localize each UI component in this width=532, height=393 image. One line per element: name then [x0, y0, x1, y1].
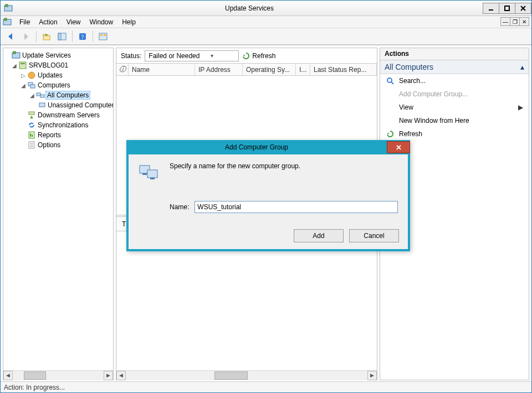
tree-all-computers-label: All Computers [45, 91, 90, 100]
tree-root-label: Update Services [21, 51, 72, 59]
app-icon [1, 4, 16, 13]
tree-computers-label: Computers [37, 81, 71, 89]
col-os[interactable]: Operating Sy... [243, 64, 296, 75]
col-name[interactable]: Name [129, 64, 195, 75]
mmc-app-icon [3, 18, 15, 27]
expander-icon[interactable]: ◢ [29, 92, 35, 99]
svg-marker-42 [387, 132, 389, 134]
svg-rect-2 [489, 9, 493, 11]
actions-header: Actions [380, 48, 529, 60]
refresh-label: Refresh [252, 52, 275, 60]
status-combo[interactable]: Failed or Needed [145, 50, 239, 61]
filter-bar: Status: Failed or Needed Refresh [116, 48, 377, 64]
dialog-title: Add Computer Group [126, 143, 387, 151]
action-view-label: View [399, 104, 413, 111]
add-button[interactable]: Add [294, 229, 344, 242]
expander-icon[interactable]: ◢ [11, 63, 18, 69]
tree-sync[interactable]: Synchronizations [4, 120, 112, 130]
group-name-input[interactable] [195, 201, 398, 213]
tree-options[interactable]: Options [4, 140, 112, 150]
tree-computers[interactable]: ◢ Computers [4, 80, 112, 90]
show-hide-tree-button[interactable] [55, 30, 69, 43]
mdi-restore[interactable]: ❐ [510, 17, 520, 26]
view-options-button[interactable] [96, 30, 110, 43]
tree-unassigned[interactable]: Unassigned Computers [4, 100, 112, 110]
scroll-right-arrow[interactable]: ▶ [104, 371, 113, 380]
cancel-button[interactable]: Cancel [349, 229, 399, 242]
tree-updates[interactable]: ▷ Updates [4, 70, 112, 80]
tree-root[interactable]: Update Services [4, 50, 112, 60]
nav-tree[interactable]: Update Services ◢ SRVBLOG01 ▷ Updates ◢ … [3, 48, 113, 370]
maximize-button[interactable] [499, 3, 515, 14]
svg-point-24 [28, 72, 35, 79]
tree-reports[interactable]: Reports [4, 130, 112, 140]
status-combo-value: Failed or Needed [149, 52, 200, 60]
svg-rect-18 [100, 34, 103, 36]
tree-horizontal-scrollbar[interactable]: ◀ ▶ [3, 370, 113, 380]
svg-rect-21 [13, 51, 16, 54]
tree-downstream[interactable]: Downstream Servers [4, 110, 112, 120]
svg-rect-26 [30, 85, 35, 88]
mdi-close[interactable]: ✕ [519, 17, 529, 26]
titlebar: Update Services [1, 1, 531, 16]
menu-view[interactable]: View [62, 17, 85, 27]
actions-section-label: All Computers [385, 63, 433, 71]
scroll-left-arrow[interactable]: ◀ [3, 371, 13, 380]
tree-pane: Update Services ◢ SRVBLOG01 ▷ Updates ◢ … [3, 48, 114, 380]
grid-header: ⓘ Name IP Address Operating Sy... I... L… [116, 64, 377, 76]
tree-server[interactable]: ◢ SRVBLOG01 [4, 60, 112, 70]
refresh-icon [386, 130, 395, 138]
tree-all-computers[interactable]: ◢ All Computers [4, 90, 112, 100]
nav-forward-button[interactable] [19, 30, 33, 43]
refresh-icon [242, 52, 250, 60]
svg-marker-39 [243, 54, 245, 56]
scroll-left-arrow[interactable]: ◀ [116, 371, 126, 380]
minimize-button[interactable] [483, 3, 499, 14]
menu-action[interactable]: Action [34, 17, 62, 27]
expander-icon[interactable]: ◢ [20, 82, 27, 89]
center-horizontal-scrollbar[interactable]: ◀ ▶ [116, 370, 377, 380]
submenu-arrow-icon: ▶ [518, 104, 523, 111]
refresh-button[interactable]: Refresh [242, 52, 275, 60]
search-icon [386, 77, 395, 85]
menu-file[interactable]: File [15, 17, 34, 27]
col-last-report[interactable]: Last Status Rep... [310, 64, 377, 75]
tree-options-label: Options [37, 141, 62, 149]
svg-marker-8 [8, 33, 12, 40]
dialog-description: Specify a name for the new computer grou… [170, 162, 300, 170]
dialog-close-button[interactable]: ✕ [387, 141, 410, 153]
svg-line-41 [391, 82, 393, 84]
action-search[interactable]: Search... [380, 74, 529, 87]
action-view[interactable]: View ▶ [380, 101, 529, 114]
action-refresh[interactable]: Refresh [380, 127, 529, 141]
svg-rect-33 [30, 133, 31, 137]
svg-rect-34 [32, 135, 33, 137]
unassigned-icon [38, 101, 47, 110]
collapse-section-icon[interactable]: ▴ [520, 63, 524, 71]
computers-icon [27, 81, 37, 90]
options-icon [27, 141, 37, 149]
menu-window[interactable]: Window [85, 17, 118, 27]
window-title: Update Services [16, 4, 483, 12]
scroll-thumb[interactable] [24, 371, 46, 380]
col-info[interactable]: ⓘ [116, 64, 129, 75]
actions-section-title[interactable]: All Computers ▴ [380, 60, 529, 74]
action-add-group-label: Add Computer Group... [399, 90, 468, 98]
svg-rect-23 [21, 63, 25, 64]
expander-icon[interactable]: ▷ [20, 73, 27, 79]
menu-help[interactable]: Help [117, 17, 140, 27]
action-add-computer-group: Add Computer Group... [380, 87, 529, 101]
scroll-thumb[interactable] [214, 371, 248, 380]
scroll-right-arrow[interactable]: ▶ [367, 371, 377, 380]
svg-rect-30 [29, 112, 34, 115]
nav-back-button[interactable] [4, 30, 17, 43]
action-new-window[interactable]: New Window from Here [380, 114, 529, 127]
col-ip[interactable]: IP Address [195, 64, 243, 75]
close-button[interactable] [515, 3, 531, 14]
action-search-label: Search... [399, 77, 426, 85]
up-level-button[interactable] [40, 30, 53, 43]
svg-rect-46 [150, 178, 155, 179]
help-button[interactable]: ? [76, 30, 89, 43]
mdi-minimize[interactable]: — [500, 17, 510, 26]
col-installed[interactable]: I... [296, 64, 310, 75]
